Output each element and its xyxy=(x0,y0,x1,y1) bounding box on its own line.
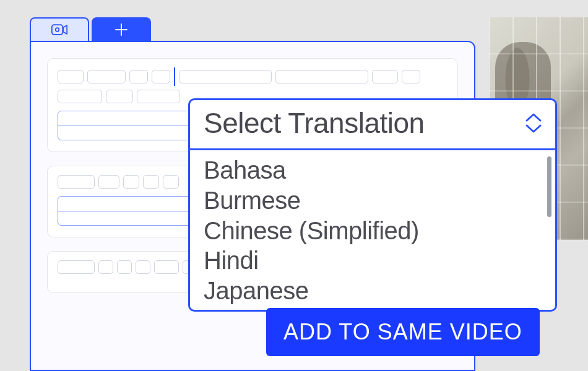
word-token[interactable] xyxy=(143,175,159,189)
word-token[interactable] xyxy=(98,260,113,274)
word-token[interactable] xyxy=(163,175,179,189)
camera-icon xyxy=(51,24,67,35)
word-token[interactable] xyxy=(136,260,150,274)
tab-video[interactable] xyxy=(30,17,89,41)
word-token[interactable] xyxy=(402,70,420,83)
add-to-same-video-button[interactable]: ADD TO SAME VIDEO xyxy=(266,308,540,356)
word-token[interactable] xyxy=(275,70,368,83)
dropdown-toggle[interactable]: Select Translation xyxy=(190,100,555,150)
plus-icon xyxy=(115,23,128,36)
svg-point-1 xyxy=(56,28,59,32)
text-cursor xyxy=(174,67,175,86)
word-token[interactable] xyxy=(179,70,272,83)
scrollbar-thumb[interactable] xyxy=(547,156,551,217)
word-token[interactable] xyxy=(372,70,398,83)
word-token[interactable] xyxy=(58,90,102,103)
dropdown-option[interactable]: Japanese xyxy=(204,276,542,306)
svg-rect-0 xyxy=(52,25,63,35)
word-token[interactable] xyxy=(152,70,170,83)
word-token[interactable] xyxy=(129,70,148,83)
translation-dropdown: Select Translation Bahasa Burmese Chines… xyxy=(188,98,557,312)
dropdown-option[interactable]: Hindi xyxy=(204,245,542,276)
cta-label: ADD TO SAME VIDEO xyxy=(283,319,522,344)
tab-add[interactable] xyxy=(92,17,151,41)
dropdown-option[interactable]: Bahasa xyxy=(204,155,542,186)
word-token[interactable] xyxy=(58,175,95,189)
word-token[interactable] xyxy=(106,90,133,103)
dropdown-option[interactable]: Chinese (Simplified) xyxy=(204,216,542,246)
word-token[interactable] xyxy=(117,260,132,274)
editor-tabs xyxy=(30,17,151,41)
dropdown-list: Bahasa Burmese Chinese (Simplified) Hind… xyxy=(190,150,555,310)
word-token[interactable] xyxy=(137,90,180,103)
dropdown-option[interactable]: Burmese xyxy=(204,186,542,216)
word-token[interactable] xyxy=(58,260,95,274)
word-token[interactable] xyxy=(98,175,119,189)
word-token[interactable] xyxy=(87,70,126,83)
word-token[interactable] xyxy=(123,175,139,189)
sort-chevrons-icon xyxy=(524,113,543,134)
word-token[interactable] xyxy=(154,260,179,274)
dropdown-label: Select Translation xyxy=(204,106,425,140)
word-token[interactable] xyxy=(58,70,84,83)
